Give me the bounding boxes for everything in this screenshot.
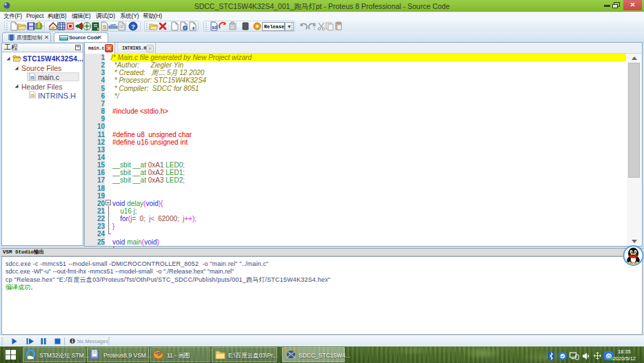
svg-text:sd: sd xyxy=(212,25,217,30)
svg-text:?: ? xyxy=(131,23,135,30)
svg-text:Q: Q xyxy=(607,353,610,359)
svg-text:S: S xyxy=(103,24,107,30)
svg-text:h: h xyxy=(31,94,33,98)
